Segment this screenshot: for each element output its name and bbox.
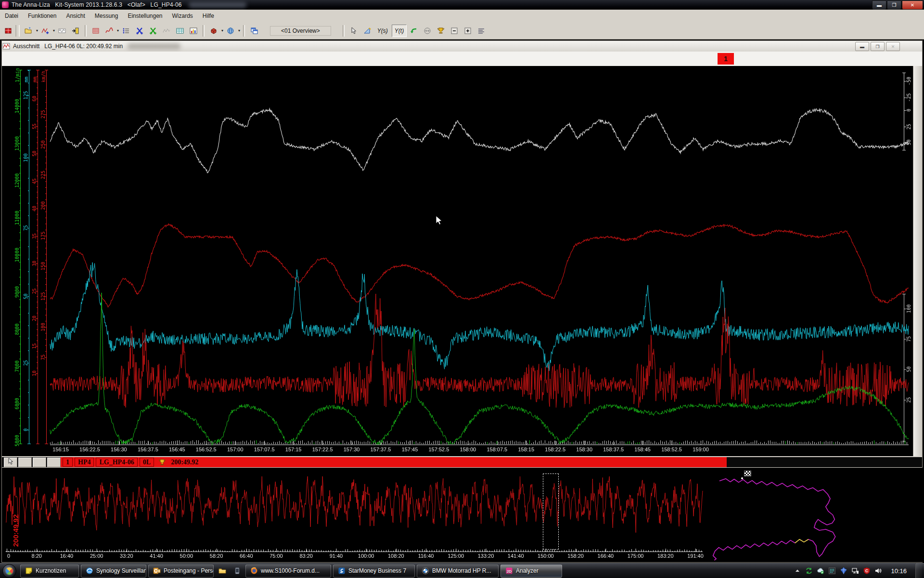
ausschnitt-titlebar[interactable]: Ausschnitt LG_HP4-06 0L: 200:49.92 min ▬… — [2, 41, 922, 52]
exit-button[interactable] — [69, 25, 82, 37]
internet-explorer-icon — [85, 567, 93, 575]
overview-selection-box[interactable] — [543, 473, 558, 550]
vehicle-cell[interactable]: HP4 — [75, 458, 94, 467]
align-button[interactable] — [475, 25, 488, 37]
signal-preview-button[interactable] — [56, 25, 68, 37]
lap-cell[interactable]: 0L — [140, 458, 154, 467]
taskbar-item-kurznotizen[interactable]: Kurznotizen — [20, 565, 79, 578]
scissors-blue-button[interactable] — [133, 25, 146, 37]
dropdown-arrow-icon[interactable]: ▾ — [53, 28, 55, 33]
dropdown-arrow-icon[interactable]: ▾ — [117, 28, 119, 33]
red-panel-icon — [4, 26, 13, 35]
channel-list-button[interactable] — [120, 25, 132, 37]
lap-number-cell[interactable]: 1 — [63, 458, 73, 467]
taskbar-item-label: Synology Surveillanc... — [96, 567, 146, 574]
report-button[interactable] — [187, 25, 200, 37]
page-tab-1[interactable]: 1 — [718, 53, 734, 65]
network-icon[interactable] — [851, 567, 859, 575]
grid-icon — [92, 26, 100, 35]
scissors-green-button[interactable] — [147, 25, 159, 37]
taskbar-item-synology-surveillanc[interactable]: Synology Surveillanc... — [81, 565, 146, 578]
taskbar-item-explorer-folder[interactable] — [216, 565, 229, 578]
cascade-windows-button[interactable] — [248, 25, 260, 37]
dropdown-arrow-icon[interactable]: ▾ — [221, 28, 223, 33]
scissors-blue-icon — [136, 26, 144, 35]
empty-cell[interactable] — [33, 458, 46, 467]
mode-yt-button[interactable]: Y(t) — [392, 25, 407, 37]
maximize-button[interactable]: ❐ — [887, 0, 901, 10]
start-button[interactable] — [2, 564, 16, 578]
taskbar-item-www-s1000-forum-d[interactable]: www.S1000-Forum.d... — [245, 565, 331, 578]
inner-restore-button[interactable]: ❐ — [871, 42, 885, 51]
session-cell[interactable]: LG_HP4-06 — [96, 458, 137, 467]
menu-item-einstellungen[interactable]: Einstellungen — [123, 11, 167, 21]
toolbar-separator — [343, 25, 345, 37]
overview-selector[interactable]: <01 Overview> — [270, 26, 331, 36]
zoom-in-button[interactable] — [462, 25, 474, 37]
pointer-tool-button[interactable] — [347, 25, 360, 37]
menu-item-messung[interactable]: Messung — [90, 11, 123, 21]
mode-ys-button[interactable]: Y(s) — [374, 25, 391, 37]
ausschnitt-title: Ausschnitt LG_HP4-06 0L: 200:49.92 min — [13, 43, 123, 50]
grid-button[interactable] — [90, 25, 102, 37]
menu-item-datei[interactable]: Datei — [0, 11, 23, 21]
pointer-tool-cell[interactable] — [4, 458, 17, 467]
empty-cell[interactable] — [18, 458, 32, 467]
red-panel-button[interactable] — [2, 25, 14, 37]
overview-canvas[interactable] — [4, 468, 708, 562]
sync-green-icon[interactable] — [805, 567, 813, 575]
table-button[interactable] — [174, 25, 186, 37]
app-titlebar[interactable]: The Anna-Liza Kit-System 2013.1.28.6.3 <… — [0, 0, 924, 10]
trophy-button[interactable] — [435, 25, 447, 37]
empty-cell[interactable] — [47, 458, 61, 467]
sync-cursor-button[interactable] — [421, 25, 434, 37]
media-device-icon — [233, 567, 241, 575]
open-file-button[interactable] — [22, 25, 35, 37]
cloud-icon[interactable] — [817, 567, 824, 575]
dropdown-arrow-icon[interactable]: ▾ — [238, 28, 240, 33]
taskbar-item-media-device[interactable] — [231, 565, 244, 578]
volume-icon[interactable] — [874, 567, 882, 575]
antivirus-icon[interactable]: C — [863, 567, 871, 575]
taskbar-item-posteingang-pers[interactable]: Posteingang - Persö... — [148, 565, 214, 578]
analyzer-icon: 2D — [505, 567, 513, 575]
sparkline-button[interactable] — [160, 25, 173, 37]
close-button[interactable]: ✕ — [902, 0, 923, 10]
remote-grid-icon[interactable] — [828, 567, 836, 575]
align-icon — [477, 26, 486, 35]
firefox-icon — [250, 567, 258, 575]
globe-button[interactable] — [224, 25, 237, 37]
menu-item-wizards[interactable]: Wizards — [167, 11, 198, 21]
app-icon — [2, 1, 9, 8]
chart-right-scrollbar[interactable] — [913, 66, 922, 456]
curve-select-button[interactable] — [103, 25, 116, 37]
menu-item-ansicht[interactable]: Ansicht — [61, 11, 90, 21]
taskbar-item-starmoney-business-7[interactable]: StarMoney Business 7 — [333, 565, 415, 578]
inner-close-button[interactable]: ✕ — [886, 42, 900, 51]
globe-icon — [227, 26, 235, 35]
measure-button[interactable] — [361, 25, 373, 37]
data-cube-button[interactable] — [207, 25, 220, 37]
undo-button[interactable] — [408, 25, 420, 37]
signal-preview-icon — [58, 26, 66, 35]
minimize-button[interactable]: ▬ — [872, 0, 886, 10]
show-desktop-button[interactable] — [915, 563, 922, 578]
menu-item-hilfe[interactable]: Hilfe — [198, 11, 219, 21]
toolbar-drag-handle[interactable] — [15, 25, 20, 37]
expand-arrow-icon[interactable] — [794, 567, 801, 575]
inner-minimize-button[interactable]: ▬ — [855, 42, 869, 51]
taskbar-item-bmw-motorrad-hp-r[interactable]: BMW Motorrad HP R... — [417, 565, 499, 578]
zoom-out-button[interactable] — [448, 25, 461, 37]
scissors-green-icon — [149, 26, 157, 35]
svg-text:C: C — [865, 568, 868, 573]
dropdown-arrow-icon[interactable]: ▾ — [36, 28, 38, 33]
add-curve-button[interactable] — [39, 25, 51, 37]
track-map-canvas[interactable] — [708, 468, 923, 562]
blue-gem-icon[interactable] — [840, 567, 847, 575]
main-chart-canvas[interactable] — [8, 67, 914, 456]
taskbar-item-analyzer[interactable]: 2DAnalyzer — [500, 565, 562, 578]
report-icon — [190, 26, 198, 35]
menu-item-funktionen[interactable]: Funktionen — [23, 11, 61, 21]
ausschnitt-window: Ausschnitt LG_HP4-06 0L: 200:49.92 min ▬… — [1, 40, 923, 563]
cascade-windows-icon — [250, 26, 258, 35]
